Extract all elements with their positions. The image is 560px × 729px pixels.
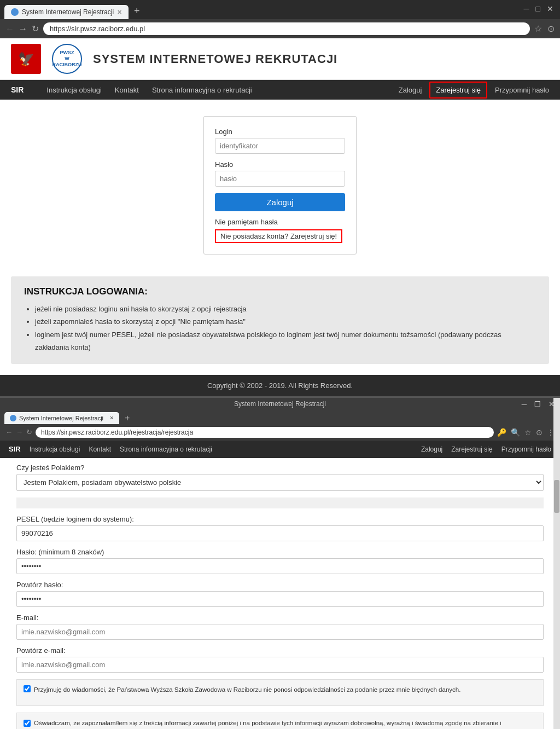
gray-spacer: [16, 497, 544, 508]
nationality-label: Czy jesteś Polakiem?: [16, 464, 544, 472]
instrukcja-item-1: jeżeli nie posiadasz loginu ani hasła to…: [35, 303, 536, 315]
consent2-checkbox[interactable]: [24, 720, 31, 727]
nav-zarejestruj[interactable]: Zarejestruj się: [429, 82, 487, 99]
consent2-text: Oświadczam, że zapoznałam/łem się z treś…: [34, 719, 536, 729]
powtorz-email-group: Powtórz e-mail:: [16, 646, 544, 673]
email-input[interactable]: [16, 624, 544, 640]
haslo-group: Hasło: (minimum 8 znaków): [16, 548, 544, 574]
second-new-tab-btn[interactable]: +: [121, 412, 133, 424]
second-browser-window: System Internetowej Rejestracji ─ ❐ ✕ Sy…: [0, 396, 560, 729]
star-icon[interactable]: ☆: [534, 24, 542, 34]
tab-favicon: [11, 8, 19, 16]
second-refresh-btn[interactable]: ↻: [26, 428, 32, 436]
pesel-input[interactable]: [16, 525, 544, 541]
second-navbar-brand: SIR: [4, 442, 25, 456]
forward-button[interactable]: →: [19, 24, 27, 34]
back-button[interactable]: ←: [5, 24, 14, 34]
password-input[interactable]: [215, 171, 345, 187]
second-back-btn[interactable]: ←: [5, 428, 13, 436]
second-tab-favicon: [10, 415, 16, 421]
site-header: 🦅 PWSZ W RACIBORZU SYSTEM INTERNETOWEJ R…: [0, 38, 560, 80]
powtorz-haslo-label: Powtórz hasło:: [16, 581, 544, 589]
second-star-icon[interactable]: ☆: [524, 428, 532, 437]
site-title: SYSTEM INTERNETOWEJ REKRUTACJI: [93, 52, 337, 66]
login-box: Login Hasło Zaloguj Nie pamiętam hasła N…: [203, 116, 357, 254]
instrukcja-title: INSTRUKCJA LOGOWANIA:: [24, 286, 536, 297]
second-window-title: System Internetowej Rejestracji: [234, 400, 326, 408]
scrollbar[interactable]: [553, 398, 560, 729]
address-icons: ☆ ⊙: [534, 24, 555, 34]
instrukcja-item-3: loginem jest twój numer PESEL, jeżeli ni…: [35, 328, 536, 354]
consent1-checkbox[interactable]: [24, 685, 31, 692]
nav-instrukcja[interactable]: Instrukcja obsługi: [40, 82, 108, 99]
address-bar: ← → ↻ ☆ ⊙: [0, 19, 560, 38]
nav-przypomnij[interactable]: Przypomnij hasło: [489, 82, 555, 99]
navbar: SIR Instrukcja obsługi Kontakt Strona in…: [0, 80, 560, 100]
second-restore-icon[interactable]: ❐: [534, 400, 541, 408]
reg-form-content: Czy jesteś Polakiem? Jestem Polakiem, po…: [0, 458, 560, 729]
nav-zaloguj[interactable]: Zaloguj: [393, 82, 428, 99]
nationality-select[interactable]: Jestem Polakiem, posiadam obywatelstwo p…: [16, 474, 544, 491]
footer: Copyright © 2002 - 2019. All Rights Rese…: [0, 375, 560, 396]
second-nav-zarejestruj[interactable]: Zarejestruj się: [447, 442, 497, 456]
second-window-controls: ─ ❐ ✕: [522, 400, 555, 408]
email-group: E-mail:: [16, 614, 544, 640]
login-section: Login Hasło Zaloguj Nie pamiętam hasła N…: [0, 100, 560, 271]
second-forward-btn[interactable]: →: [16, 428, 23, 436]
close-icon[interactable]: ✕: [547, 4, 553, 13]
powtorz-haslo-input[interactable]: [16, 591, 544, 607]
instrukcja-box: INSTRUKCJA LOGOWANIA: jeżeli nie posiada…: [11, 276, 549, 364]
forgot-link[interactable]: Nie pamiętam hasła: [215, 218, 345, 226]
nationality-group: Czy jesteś Polakiem? Jestem Polakiem, po…: [16, 464, 544, 491]
login-input[interactable]: [215, 138, 345, 154]
second-minimize-icon[interactable]: ─: [522, 400, 527, 408]
second-tab-bar: System Internetowej Rejestracji ✕ +: [0, 410, 560, 424]
instrukcja-list: jeżeli nie posiadasz loginu ani hasła to…: [24, 303, 536, 354]
second-nav-przypomnij[interactable]: Przypomnij hasło: [497, 442, 556, 456]
window-controls: ─ □ ✕: [524, 4, 553, 13]
haslo-input[interactable]: [16, 558, 544, 574]
second-nav-instrukcja[interactable]: Instrukcja obsługi: [25, 442, 85, 456]
second-browser-tab[interactable]: System Internetowej Rejestracji ✕: [4, 412, 119, 424]
eagle-logo: 🦅: [11, 44, 41, 74]
url-input[interactable]: [43, 22, 530, 35]
register-link[interactable]: Nie posiadasz konta? Zarejestruj się!: [215, 229, 342, 243]
refresh-button[interactable]: ↻: [32, 24, 39, 34]
consent1-block: Przyjmuję do wiadomości, że Państwowa Wy…: [16, 679, 544, 706]
consent1-text: Przyjmuję do wiadomości, że Państwowa Wy…: [34, 685, 460, 695]
second-window-title-bar: System Internetowej Rejestracji ─ ❐ ✕: [0, 398, 560, 410]
navbar-brand: SIR: [5, 81, 29, 99]
second-navbar: SIR Instrukcja obsługi Kontakt Strona in…: [0, 441, 560, 458]
password-label: Hasło: [215, 160, 345, 169]
consent2-block: Oświadczam, że zapoznałam/łem się z treś…: [16, 713, 544, 729]
tab-close-icon[interactable]: ✕: [117, 9, 122, 16]
scrollbar-thumb[interactable]: [554, 480, 559, 513]
powtorz-email-input[interactable]: [16, 657, 544, 673]
nav-strona[interactable]: Strona informacyjna o rekrutacji: [145, 82, 259, 99]
pesel-group: PESEL (będzie loginem do systemu):: [16, 515, 544, 541]
footer-text: Copyright © 2002 - 2019. All Rights Rese…: [207, 381, 353, 390]
email-label: E-mail:: [16, 614, 544, 622]
minimize-icon[interactable]: ─: [524, 4, 529, 13]
tab-title: System Internetowej Rejestracji: [22, 8, 114, 16]
browser-tab-1[interactable]: System Internetowej Rejestracji ✕: [4, 5, 129, 19]
maximize-icon[interactable]: □: [536, 4, 540, 13]
second-url-input[interactable]: [36, 427, 494, 438]
second-tab-title: System Internetowej Rejestracji: [19, 415, 103, 421]
second-account-icon[interactable]: ⊙: [536, 428, 542, 437]
second-nav-kontakt[interactable]: Kontakt: [84, 442, 115, 456]
new-tab-button[interactable]: +: [130, 3, 144, 19]
account-icon[interactable]: ⊙: [547, 24, 555, 34]
login-button[interactable]: Zaloguj: [215, 193, 345, 211]
powtorz-haslo-group: Powtórz hasło:: [16, 581, 544, 607]
haslo-label: Hasło: (minimum 8 znaków): [16, 548, 544, 556]
second-address-icons: 🔑 🔍 ☆ ⊙ ⋮: [497, 428, 555, 437]
nav-kontakt[interactable]: Kontakt: [108, 82, 145, 99]
powtorz-email-label: Powtórz e-mail:: [16, 646, 544, 655]
second-nav-zaloguj[interactable]: Zaloguj: [417, 442, 447, 456]
second-tab-close[interactable]: ✕: [109, 415, 114, 421]
second-nav-strona[interactable]: Strona informacyjna o rekrutacji: [115, 442, 217, 456]
second-zoom-icon[interactable]: 🔍: [511, 428, 520, 437]
login-label: Login: [215, 128, 345, 136]
pesel-label: PESEL (będzie loginem do systemu):: [16, 515, 544, 523]
